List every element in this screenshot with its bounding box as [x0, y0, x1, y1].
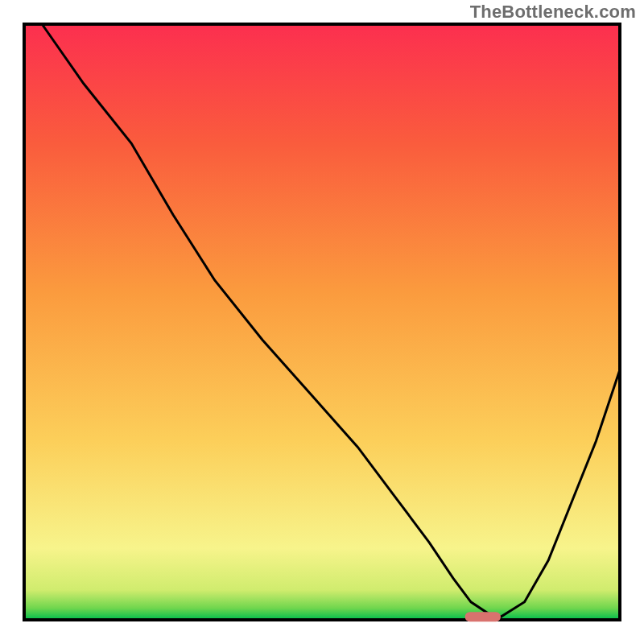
- optimal-marker: [465, 612, 501, 621]
- watermark-text: TheBottleneck.com: [470, 2, 636, 23]
- gradient-background: [24, 24, 620, 620]
- chart-container: TheBottleneck.com: [0, 0, 644, 644]
- bottleneck-chart: [0, 0, 644, 644]
